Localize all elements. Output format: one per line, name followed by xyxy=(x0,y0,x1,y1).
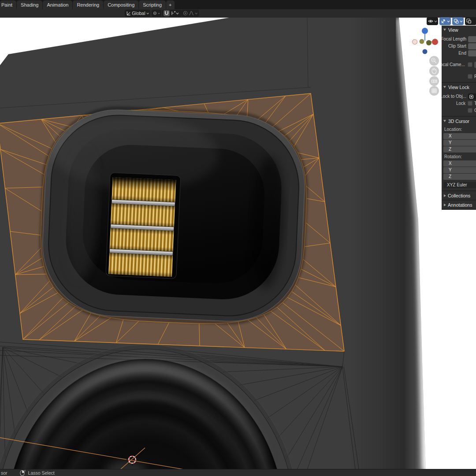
cursor-rotation-x-field[interactable]: X xyxy=(443,160,476,167)
proportional-editing-icon xyxy=(183,11,188,16)
gizmo-axis-x[interactable] xyxy=(432,39,438,45)
focal-length-field[interactable] xyxy=(468,36,476,42)
falloff-curve-icon xyxy=(189,11,194,16)
snap-increment-icon xyxy=(171,11,176,16)
perspective-toggle-button[interactable] xyxy=(429,86,439,96)
overlays-icon xyxy=(453,18,459,24)
cursor-rotation-z-field[interactable]: Z xyxy=(443,174,476,180)
axis-y-label: Y xyxy=(449,140,452,145)
gizmo-axis-x-neg[interactable] xyxy=(413,40,417,45)
object-visibility-dropdown[interactable] xyxy=(427,17,438,25)
gizmo-axis-z[interactable] xyxy=(422,28,428,34)
panel-title: 3D Cursor xyxy=(448,119,469,124)
add-workspace-button[interactable]: + xyxy=(166,0,174,9)
render-region-checkbox[interactable] xyxy=(468,74,472,79)
cursor-location-z-field[interactable]: Z xyxy=(443,146,476,152)
chevron-down-icon xyxy=(434,20,437,22)
camera-view-button[interactable] xyxy=(429,76,439,86)
viewport-canvas[interactable] xyxy=(0,18,476,469)
panel-title: Collections xyxy=(448,193,470,198)
axis-y-label: Y xyxy=(449,167,452,172)
show-overlays-toggle[interactable] xyxy=(452,17,464,25)
camera-to-view-label: C xyxy=(474,108,476,113)
disclosure-triangle-icon xyxy=(444,194,446,197)
lock-to-object-label: Lock to Obj... xyxy=(442,94,466,99)
rotation-mode-label: XYZ Euler xyxy=(447,182,467,187)
workspace-tab-rendering[interactable]: Rendering xyxy=(73,0,103,9)
blender-window: PaintShadingAnimationRenderingCompositin… xyxy=(0,0,476,476)
local-camera-checkbox[interactable] xyxy=(468,62,472,67)
panel-3d-cursor: 3D Cursor Location: X Y Z Rotation: X Y … xyxy=(442,117,476,191)
gizmo-icon xyxy=(440,18,446,24)
object-icon xyxy=(469,95,473,99)
render-region-label: R xyxy=(474,74,476,79)
focal-length-label: Focal Length xyxy=(442,37,466,41)
snap-target-dropdown[interactable] xyxy=(171,10,179,16)
workspace-tab-scripting[interactable]: Scripting xyxy=(139,0,166,9)
chevron-down-icon xyxy=(195,12,198,15)
proportional-editing-controls[interactable] xyxy=(182,10,199,17)
clip-start-field[interactable] xyxy=(468,43,476,49)
pan-button[interactable] xyxy=(429,66,439,76)
status-bar: sor Lasso Select xyxy=(0,469,476,476)
rotation-mode-dropdown[interactable]: XYZ Euler xyxy=(443,182,476,188)
disclosure-triangle-icon xyxy=(443,29,446,31)
panel-header-view[interactable]: View xyxy=(442,26,476,34)
zoom-button[interactable] xyxy=(429,56,439,66)
disclosure-triangle-icon xyxy=(443,86,446,88)
local-camera-object-field[interactable] xyxy=(474,62,476,68)
clip-start-label: Clip Start xyxy=(448,44,466,48)
lock-label: Lock xyxy=(456,101,465,106)
panel-title: View Lock xyxy=(448,85,469,90)
cursor-location-x-field[interactable]: X xyxy=(443,133,476,139)
local-camera-label: Local Came... xyxy=(442,62,465,67)
axis-x-label: X xyxy=(449,134,452,138)
snap-toggle[interactable] xyxy=(164,10,170,16)
axis-z-label: Z xyxy=(449,174,451,179)
panel-collections: Collections xyxy=(442,191,476,201)
pivot-point-icon xyxy=(153,11,157,16)
panel-header-annotations[interactable]: Annotations xyxy=(442,201,476,209)
panel-annotations: Annotations xyxy=(442,201,476,210)
to-cursor-label: T xyxy=(474,101,476,106)
panel-header-collections[interactable]: Collections xyxy=(442,191,476,200)
panel-header-3d-cursor[interactable]: 3D Cursor xyxy=(442,117,476,125)
magnet-icon xyxy=(164,11,169,16)
axis-z-label: Z xyxy=(449,147,451,152)
workspace-tab-paint[interactable]: Paint xyxy=(0,0,16,9)
header-toggle-buttons xyxy=(427,17,476,25)
workspace-tab-animation[interactable]: Animation xyxy=(43,0,72,9)
snap-controls[interactable] xyxy=(162,10,182,17)
lock-to-cursor-checkbox[interactable] xyxy=(468,101,472,106)
lock-to-object-field[interactable] xyxy=(468,93,476,100)
status-keymap-fragment: sor xyxy=(1,470,7,476)
pivot-point-dropdown[interactable] xyxy=(152,10,161,17)
chevron-down-icon xyxy=(460,20,463,22)
show-gizmo-toggle[interactable] xyxy=(439,17,451,25)
chevron-down-icon xyxy=(176,12,179,15)
panel-header-view-lock[interactable]: View Lock xyxy=(442,83,476,91)
lasso-select-label: Lasso Select xyxy=(28,470,55,476)
gizmo-axis-y-neg[interactable] xyxy=(426,40,431,45)
panel-title: Annotations xyxy=(448,202,472,208)
clip-end-field[interactable] xyxy=(468,50,476,56)
axis-x-label: X xyxy=(449,161,452,166)
tweeter-waveguide xyxy=(38,105,309,326)
cursor-location-y-field[interactable]: Y xyxy=(443,140,476,146)
visibility-eye-icon xyxy=(428,18,434,24)
orientation-label: Global xyxy=(132,11,145,16)
workspace-tab-compositing[interactable]: Compositing xyxy=(104,0,138,9)
cursor-rotation-caption: Rotation: xyxy=(442,154,476,160)
amt-ribbon-driver xyxy=(106,173,181,279)
gizmo-axis-y[interactable] xyxy=(420,39,424,44)
orientation-axes-icon xyxy=(126,11,131,16)
sidebar: View Focal Length Clip Start End Local C… xyxy=(442,26,476,210)
camera-to-view-checkbox[interactable] xyxy=(468,108,472,113)
gizmo-axis-z-neg[interactable] xyxy=(423,49,428,54)
cursor-location-caption: Location: xyxy=(442,127,476,133)
cursor-rotation-y-field[interactable]: Y xyxy=(443,167,476,173)
xray-toggle[interactable] xyxy=(465,17,476,25)
workspace-tab-shading[interactable]: Shading xyxy=(17,0,42,9)
transform-orientation-dropdown[interactable]: Global xyxy=(125,10,150,17)
clip-end-label: End xyxy=(458,51,466,56)
